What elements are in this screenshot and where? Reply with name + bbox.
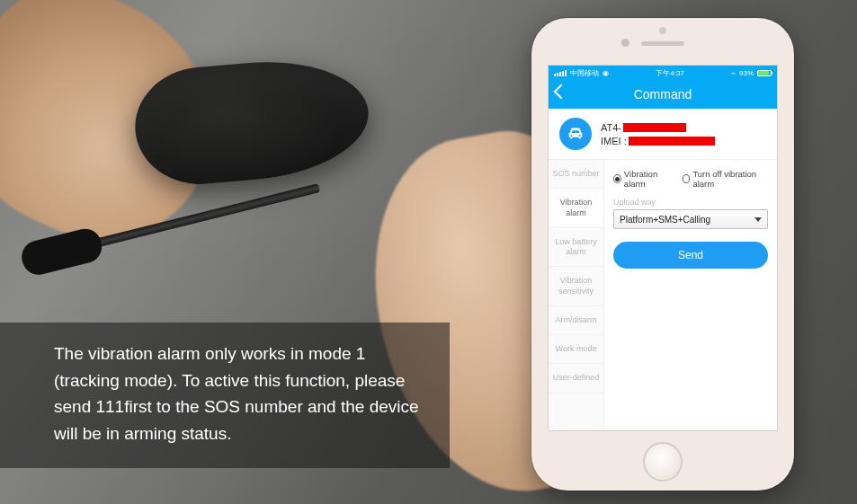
upload-way-value: Platform+SMS+Calling [620,215,710,225]
phone-frame: 中国移动 ◉ 下午4:37 ⌁ 93% Command [531,18,794,491]
imei-label: IMEI : [601,136,627,146]
settings-panel: Vibration alarm Turn off vibration alarm… [604,160,777,430]
clock: 下午4:37 [656,68,684,78]
signal-icon [554,70,567,76]
status-bar: 中国移动 ◉ 下午4:37 ⌁ 93% [549,66,777,80]
nav-bar: Command [549,80,777,109]
tab-sos[interactable]: SOS number [549,160,603,189]
upload-way-label: Upload way [613,198,768,207]
back-button[interactable] [554,84,569,100]
device-name: AT4- [601,122,621,133]
phone-screen: 中国移动 ◉ 下午4:37 ⌁ 93% Command [548,65,778,431]
car-icon [559,118,592,150]
phone-top [531,18,794,65]
radio-vibration-off[interactable]: Turn off vibration alarm [683,169,769,189]
send-button[interactable]: Send [613,242,768,269]
bluetooth-icon: ⌁ [731,69,736,77]
upload-way-select[interactable]: Platform+SMS+Calling [613,209,768,229]
nav-title: Command [634,87,692,102]
side-tabs: SOS number Vibration alarm Low battery a… [549,160,604,430]
tab-work-mode[interactable]: Work mode [549,335,603,364]
chevron-down-icon [754,217,762,222]
tab-arm-disarm[interactable]: Arm/disarm [549,306,603,335]
wifi-icon: ◉ [603,69,609,77]
imei-redacted [629,137,715,146]
tab-vibration-alarm[interactable]: Vibration alarm [549,189,603,228]
device-name-redacted [623,123,686,132]
device-header: AT4- IMEI : [549,109,777,160]
radio-vibration-off-label: Turn off vibration alarm [692,169,768,189]
battery-pct: 93% [739,69,754,77]
carrier-label: 中国移动 [570,68,599,78]
tab-vibration-sensitivity[interactable]: Vibration sensitivity [549,267,603,306]
radio-vibration-on-label: Vibration alarm [624,169,674,189]
radio-vibration-on[interactable]: Vibration alarm [613,169,674,189]
promo-caption: The vibration alarm only works in mode 1… [0,323,450,468]
tab-user-defined[interactable]: User-defined [549,364,603,393]
home-button[interactable] [643,442,683,482]
tab-low-battery[interactable]: Low battery alarm [549,228,603,268]
battery-icon [757,70,772,76]
